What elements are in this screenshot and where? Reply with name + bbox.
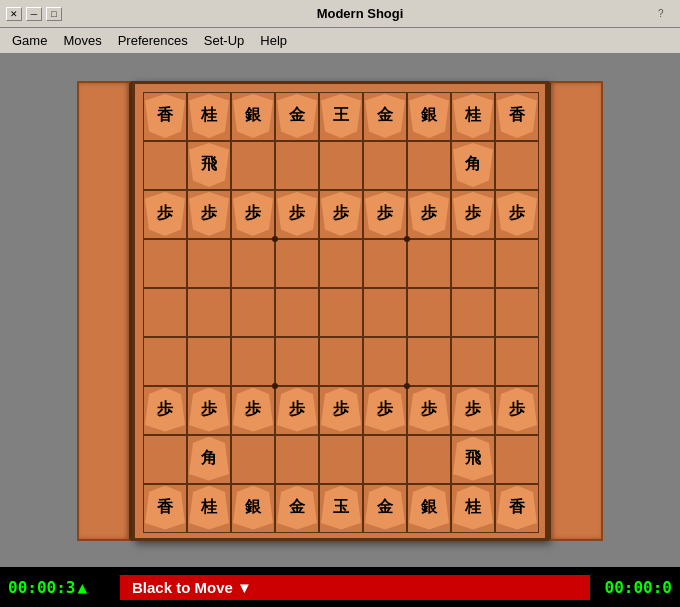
shogi-piece[interactable]: 歩 [189,388,229,432]
shogi-piece[interactable]: 銀 [233,486,273,530]
board-cell[interactable] [495,239,539,288]
board-cell[interactable] [275,141,319,190]
board-cell[interactable] [275,435,319,484]
shogi-piece[interactable]: 歩 [409,192,449,236]
shogi-piece[interactable]: 歩 [365,192,405,236]
board-cell[interactable] [275,239,319,288]
shogi-piece[interactable]: 飛 [453,437,493,481]
shogi-piece[interactable]: 桂 [453,486,493,530]
shogi-piece[interactable]: 歩 [145,192,185,236]
shogi-piece[interactable]: 歩 [453,388,493,432]
board-container: 香桂銀金王金銀桂香飛角歩歩歩歩歩歩歩歩歩歩歩歩歩歩歩歩歩歩角飛香桂銀金玉金銀桂香 [77,81,603,541]
shogi-piece[interactable]: 桂 [189,486,229,530]
board-cell[interactable] [231,435,275,484]
shogi-board[interactable]: 香桂銀金王金銀桂香飛角歩歩歩歩歩歩歩歩歩歩歩歩歩歩歩歩歩歩角飛香桂銀金玉金銀桂香 [132,81,548,541]
shogi-piece[interactable]: 歩 [277,388,317,432]
shogi-piece[interactable]: 歩 [145,388,185,432]
shogi-piece[interactable]: 角 [189,437,229,481]
board-cell[interactable] [143,239,187,288]
board-cell[interactable] [407,337,451,386]
shogi-piece[interactable]: 歩 [321,388,361,432]
board-cell[interactable] [363,435,407,484]
board-cell[interactable] [231,239,275,288]
board-cell[interactable] [495,141,539,190]
shogi-piece[interactable]: 歩 [497,192,537,236]
board-cell[interactable] [319,141,363,190]
shogi-piece[interactable]: 歩 [189,192,229,236]
shogi-piece[interactable]: 歩 [365,388,405,432]
board-cell[interactable] [451,239,495,288]
board-cell[interactable] [275,337,319,386]
board-cell[interactable] [319,239,363,288]
shogi-piece[interactable]: 王 [321,94,361,138]
shogi-piece[interactable]: 香 [145,94,185,138]
shogi-piece[interactable]: 飛 [189,143,229,187]
board-cell[interactable] [143,141,187,190]
shogi-piece[interactable]: 桂 [453,94,493,138]
board-cell[interactable] [363,288,407,337]
timer-left-value: 00:00:3 [8,578,75,597]
board-cell[interactable] [407,239,451,288]
minimize-button[interactable]: ─ [26,7,42,21]
board-grid: 香桂銀金王金銀桂香飛角歩歩歩歩歩歩歩歩歩歩歩歩歩歩歩歩歩歩角飛香桂銀金玉金銀桂香 [143,92,543,536]
side-holder-left [77,81,132,541]
shogi-piece[interactable]: 桂 [189,94,229,138]
menu-game[interactable]: Game [4,31,55,50]
board-cell[interactable] [363,337,407,386]
shogi-piece[interactable]: 歩 [409,388,449,432]
turn-arrow: ▼ [237,579,252,596]
board-cell[interactable] [407,435,451,484]
board-cell[interactable] [451,337,495,386]
board-cell[interactable] [495,337,539,386]
timer-left-arrow: ▲ [77,578,87,597]
timer-right: 00:00:0 [590,578,680,597]
shogi-piece[interactable]: 金 [277,94,317,138]
shogi-piece[interactable]: 歩 [277,192,317,236]
shogi-piece[interactable]: 歩 [233,388,273,432]
star-point [404,383,410,389]
board-cell[interactable] [187,239,231,288]
board-cell[interactable] [187,337,231,386]
shogi-piece[interactable]: 銀 [233,94,273,138]
shogi-piece[interactable]: 歩 [453,192,493,236]
board-cell[interactable] [143,435,187,484]
shogi-piece[interactable]: 香 [145,486,185,530]
shogi-piece[interactable]: 歩 [233,192,273,236]
shogi-piece[interactable]: 金 [277,486,317,530]
board-cell[interactable] [495,288,539,337]
board-cell[interactable] [407,141,451,190]
board-cell[interactable] [187,288,231,337]
board-cell[interactable] [363,141,407,190]
close-button[interactable]: ✕ [6,7,22,21]
board-cell[interactable] [363,239,407,288]
board-cell[interactable] [143,337,187,386]
board-cell[interactable] [143,288,187,337]
title-bar-controls: ✕ ─ □ [6,7,62,21]
board-cell[interactable] [407,288,451,337]
shogi-piece[interactable]: 角 [453,143,493,187]
shogi-piece[interactable]: 銀 [409,486,449,530]
shogi-piece[interactable]: 銀 [409,94,449,138]
shogi-piece[interactable]: 玉 [321,486,361,530]
menu-preferences[interactable]: Preferences [110,31,196,50]
shogi-piece[interactable]: 金 [365,486,405,530]
menu-moves[interactable]: Moves [55,31,109,50]
status-middle: Black to Move▼ [120,575,590,600]
board-cell[interactable] [231,337,275,386]
board-cell[interactable] [319,337,363,386]
board-cell[interactable] [451,288,495,337]
shogi-piece[interactable]: 歩 [321,192,361,236]
board-cell[interactable] [319,288,363,337]
maximize-button[interactable]: □ [46,7,62,21]
board-cell[interactable] [319,435,363,484]
shogi-piece[interactable]: 歩 [497,388,537,432]
shogi-piece[interactable]: 金 [365,94,405,138]
board-cell[interactable] [231,141,275,190]
board-cell[interactable] [275,288,319,337]
board-cell[interactable] [495,435,539,484]
menu-help[interactable]: Help [252,31,295,50]
shogi-piece[interactable]: 香 [497,94,537,138]
board-cell[interactable] [231,288,275,337]
menu-setup[interactable]: Set-Up [196,31,252,50]
shogi-piece[interactable]: 香 [497,486,537,530]
